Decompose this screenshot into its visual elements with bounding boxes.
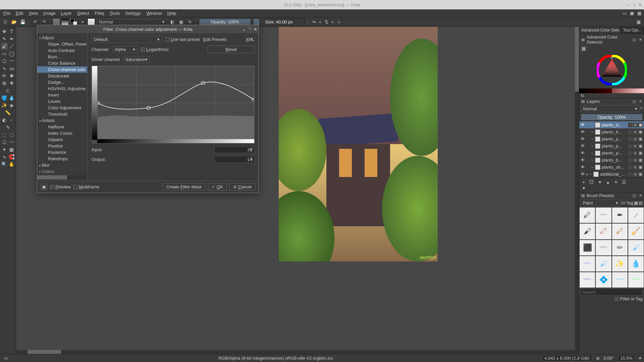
layer-opacity-slider[interactable]: Opacity: 100% (581, 114, 643, 121)
channel-combo[interactable]: Alpha▾ (112, 46, 138, 53)
layer-extra-icon[interactable]: ⤷ (591, 130, 594, 134)
filter-item-burn-[interactable]: Burn... (37, 54, 87, 60)
filter-item-color-balance[interactable]: Color Balance (37, 60, 87, 66)
filter-item-slope-offset-powe[interactable]: Slope, Offset, Powe (37, 41, 87, 47)
layer-extra-icon[interactable]: ⤷ (591, 123, 594, 127)
transform-tool[interactable]: ⊞ (1, 80, 8, 86)
brush-preset[interactable]: 🧹 (628, 223, 644, 239)
crop-tool[interactable]: ⊏ (5, 87, 11, 94)
layer-row[interactable]: 👁⤷plants_p...·α▦ (579, 149, 644, 157)
layer-visibility-icon[interactable]: 👁 (581, 122, 585, 127)
layer-extra-icon[interactable]: ⤷ (591, 151, 594, 155)
edit-presets-link[interactable]: Edit Presets (203, 37, 227, 42)
layer-misc-icon[interactable]: ▦ (638, 151, 643, 156)
layer-misc-icon[interactable]: ▦ (638, 130, 643, 134)
eraser-icon[interactable]: ◧ (169, 19, 176, 25)
tray-icon-2[interactable]: ▣ (629, 10, 635, 17)
fgbg-color-icon[interactable] (70, 19, 77, 25)
document-canvas[interactable]: worthy6 (279, 27, 438, 261)
dock-close-icon[interactable]: ✕ (638, 37, 643, 42)
menu-filter[interactable]: Filter (93, 10, 106, 16)
brush-preset[interactable]: 💧 (628, 256, 644, 272)
layer-alpha-icon[interactable]: α (633, 137, 638, 141)
brush-preset[interactable]: 〰 (579, 256, 595, 272)
refresh-shades-icon[interactable]: ↻ (581, 93, 584, 98)
layer-filter-icon[interactable]: ▿ (640, 105, 643, 112)
select-contiguous-tool[interactable]: ✦ (1, 146, 8, 153)
layer-lock-icon[interactable]: · (628, 172, 633, 177)
menu-settings[interactable]: Settings (123, 10, 143, 16)
rect-tool[interactable]: ▭ (1, 50, 8, 57)
tray-icon-3[interactable]: ▦ (636, 10, 643, 17)
layer-visibility-icon[interactable]: 👁 (581, 150, 585, 156)
brush-view-grid-icon[interactable]: ▦ (634, 200, 638, 205)
brush-preset[interactable]: 〰 (579, 272, 595, 288)
layers-list-icon[interactable]: ▤ (581, 99, 585, 104)
layer-row[interactable]: 👁⤷plants_tr...·α▦ (579, 128, 644, 135)
filter-item-oilpaint[interactable]: Oilpaint (37, 136, 87, 143)
new-file-icon[interactable]: 🗋 (2, 19, 9, 25)
smart-fill-tool[interactable]: ✨ (1, 102, 8, 109)
layer-visibility-icon[interactable]: 👁 (581, 143, 585, 148)
tab-tool-options[interactable]: Tool Opt... (621, 27, 644, 34)
layer-menu-icon[interactable]: ☰ (621, 179, 627, 191)
save-file-icon[interactable]: 💾 (19, 19, 26, 25)
window-maximize-icon[interactable]: ◇ (633, 2, 636, 7)
layer-blend-combo[interactable]: Normal▾ (581, 105, 640, 112)
status-zoom-dropdown-icon[interactable]: ▾ (639, 356, 641, 361)
zoom-tool[interactable]: 🔍 (1, 161, 8, 168)
select-magnetic-tool[interactable]: 🧲 (8, 154, 15, 160)
window-close-icon[interactable]: ✕ (638, 2, 642, 7)
mirror-h-icon[interactable]: ⇋ (311, 19, 317, 25)
ok-button[interactable]: ✓ OK (208, 183, 226, 191)
annotation-tool[interactable]: ✎ (5, 124, 11, 131)
filter-item-auto-contrast[interactable]: Auto Contrast (37, 47, 87, 54)
dialog-titlebar[interactable]: Filter: Cross-channel color adjustment —… (37, 25, 259, 33)
filter-in-tag-check[interactable]: ✓Filter in Tag (615, 296, 643, 301)
layer-misc-icon[interactable]: ▦ (638, 158, 643, 163)
brush-preview-icon[interactable]: ✎ (88, 19, 95, 25)
layer-visibility-icon[interactable]: 👁 (581, 136, 585, 141)
filter-cat-adjust[interactable]: Adjust (37, 35, 87, 41)
menu-edit[interactable]: Edit (14, 10, 25, 16)
select-rect-tool[interactable]: ⬚ (1, 131, 8, 138)
select-bezier-tool[interactable]: ∿ (1, 154, 8, 160)
pattern-swatch-icon[interactable] (53, 19, 60, 25)
layer-extra-icon[interactable]: ⤷ (591, 144, 594, 148)
brush-search-input[interactable] (581, 289, 643, 296)
fill-tool[interactable]: 🪣 (1, 95, 8, 101)
pan-tool[interactable]: ✋ (8, 161, 15, 168)
menu-tools[interactable]: Tools (108, 10, 122, 16)
move-layer-tool[interactable]: ✥ (8, 80, 15, 86)
preview-thumbnail-icon[interactable]: ▣ (41, 184, 47, 190)
curve-editor[interactable] (92, 66, 255, 143)
layer-alpha-icon[interactable]: α (633, 172, 638, 177)
brush-list-icon[interactable]: ▤ (581, 193, 585, 198)
layer-extra-icon[interactable]: ⤷ (591, 158, 594, 162)
layer-alpha-icon[interactable]: α (633, 165, 638, 170)
layer-visibility-icon[interactable]: 👁 (581, 158, 585, 163)
assistant-tool[interactable]: ◈ (8, 102, 15, 109)
layer-alpha-icon[interactable]: α (633, 130, 638, 134)
brush-float-icon[interactable]: ◱ (632, 193, 637, 198)
layer-misc-icon[interactable]: ▦ (638, 165, 643, 170)
filter-item-hsv-hsl-adjustme[interactable]: HSV/HSL Adjustme (37, 85, 87, 92)
filter-item-desaturate[interactable]: Desaturate (37, 73, 87, 79)
menu-file[interactable]: File (1, 10, 12, 16)
menu-select[interactable]: Select (75, 10, 91, 16)
use-last-preset-check[interactable]: Use last preset (165, 37, 200, 42)
filter-item-cross-channel-colo[interactable]: Cross-channel colo (37, 66, 87, 73)
tag-icon[interactable]: 🏷 (621, 200, 626, 205)
driver-combo[interactable]: Saturation▾ (123, 56, 150, 63)
dock-list-icon[interactable]: ▤ (581, 37, 585, 42)
dialog-close-icon[interactable]: ✕ (254, 27, 257, 32)
polygon-tool[interactable]: ⬠ (1, 58, 8, 64)
gradient-swatch-icon[interactable] (62, 19, 68, 25)
multibrush-tool[interactable]: ✱ (8, 72, 15, 79)
text-tool[interactable]: T (8, 28, 15, 35)
layer-expand-icon[interactable]: ▸ (586, 173, 588, 176)
layer-visibility-icon[interactable]: 👁 (581, 129, 585, 134)
shade-gradient-2[interactable] (612, 88, 644, 93)
brush-preset[interactable]: 〰 (595, 240, 611, 256)
duplicate-layer-icon[interactable]: ⿻ (589, 179, 595, 191)
